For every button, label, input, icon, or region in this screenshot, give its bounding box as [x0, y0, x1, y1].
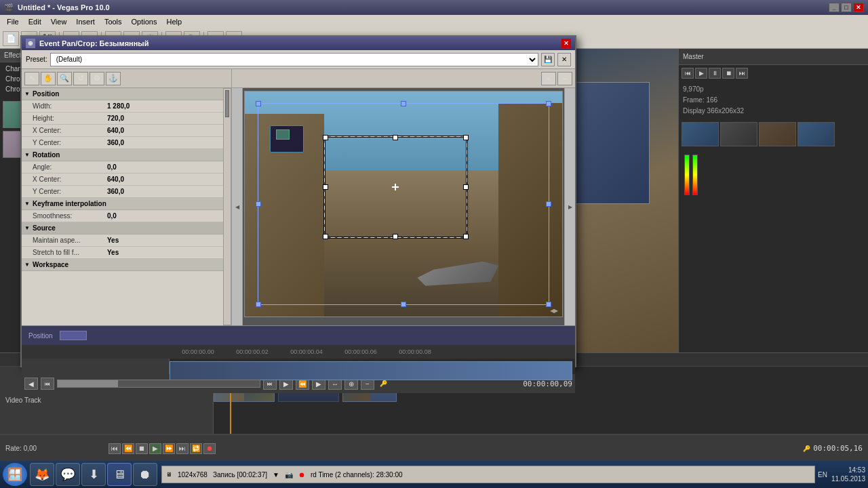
width-value[interactable]: 1 280,0 [107, 102, 229, 110]
position-section-header[interactable]: ▼ Position [22, 88, 231, 100]
props-pan-button[interactable]: ✋ [41, 72, 56, 85]
taskbar-skype[interactable]: 💬 [56, 463, 80, 486]
angle-value[interactable]: 0,0 [107, 163, 229, 171]
go-end-button[interactable]: ⏭ [176, 443, 189, 454]
dialog-title-bar: ⊕ Event Pan/Crop: Безымянный ✕ [22, 37, 575, 50]
crop-handle-br[interactable] [463, 234, 469, 239]
outer-handle-ml[interactable] [256, 201, 261, 207]
canvas-zoom-out[interactable]: − [557, 72, 572, 85]
dialog-content: ↖ ✋ 🔍 ↺ ⚙ ⚓ ▼ Position Width: 1 280,0 [22, 69, 575, 325]
stretch-value[interactable]: Yes [107, 249, 229, 256]
stop-button-tl[interactable]: ⏹ [136, 443, 148, 454]
ycenter-value[interactable]: 360,0 [107, 139, 229, 146]
menu-help[interactable]: Help [162, 17, 186, 26]
taskbar-record[interactable]: ⏺ [133, 463, 157, 486]
menu-tools[interactable]: Tools [100, 17, 126, 26]
outer-handle-tl[interactable] [256, 101, 261, 106]
canvas-scroll-left[interactable]: ◀ [232, 88, 243, 325]
props-settings-button[interactable]: ⚙ [90, 72, 104, 85]
tl-scroll-left[interactable]: ◀ [24, 378, 38, 390]
dialog-close-button[interactable]: ✕ [561, 39, 571, 48]
canvas-zoom-in[interactable]: + [541, 72, 556, 85]
rot-xcenter-value[interactable]: 640,0 [107, 176, 229, 183]
thumb-1 [682, 122, 719, 146]
outer-handle-tr[interactable] [546, 101, 551, 106]
outer-handle-bl[interactable] [256, 302, 261, 307]
height-value[interactable]: 720,0 [107, 115, 229, 122]
scrollbar-thumb[interactable] [225, 90, 229, 117]
dialog-timeline: Position 00:00:00.00 00:00:00.02 00:00:0… [22, 325, 575, 393]
pause-button[interactable]: ⏸ [709, 68, 721, 79]
smoothness-value[interactable]: 0,0 [107, 212, 229, 220]
save-preset-button[interactable]: 💾 [541, 53, 555, 66]
loop-button[interactable]: 🔁 [190, 443, 202, 454]
record-button[interactable]: ⏺ [203, 443, 216, 454]
scroll-right-icon: ▶ [568, 204, 572, 210]
menu-file[interactable]: File [3, 17, 23, 26]
outer-handle-br[interactable] [546, 302, 551, 307]
outer-handle-tc[interactable] [401, 101, 406, 106]
tl-time-0: 00:00:00.00 [171, 348, 225, 355]
crop-handle-bc[interactable] [393, 234, 398, 239]
rotation-section-header[interactable]: ▼ Rotation [22, 149, 231, 161]
minimize-button[interactable]: _ [829, 3, 840, 12]
workspace-section-header[interactable]: ▼ Workspace [22, 259, 231, 271]
props-select-button[interactable]: ↖ [24, 72, 39, 85]
event-pan-crop-dialog: ⊕ Event Pan/Crop: Безымянный ✕ Preset: (… [20, 35, 576, 367]
preview-transport: ⏮ ▶ ⏸ ⏹ ⏭ [679, 65, 868, 81]
status-icon: 🖥 [166, 471, 172, 478]
app-icon: 🎬 [4, 3, 14, 12]
maximize-button[interactable]: □ [841, 3, 852, 12]
rate-label: Rate: 0,00 [5, 445, 37, 452]
keyframe-section-header[interactable]: ▼ Keyframe interpolation [22, 198, 231, 210]
taskbar-vegas[interactable]: 🖥 [107, 463, 132, 486]
tl-step-back[interactable]: ⏮ [41, 378, 54, 390]
canvas-scroll-right[interactable]: ▶ [564, 88, 575, 325]
preset-bar: Preset: (Default) 💾 ✕ [22, 50, 575, 69]
props-zoom-button[interactable]: 🔍 [57, 72, 72, 85]
rot-ycenter-value[interactable]: 360,0 [107, 188, 229, 195]
play-button[interactable]: ▶ [695, 68, 707, 79]
close-button[interactable]: ✕ [853, 3, 864, 12]
play-fast-button[interactable]: ⏩ [163, 443, 175, 454]
xcenter-value[interactable]: 640,0 [107, 127, 229, 134]
close-preset-button[interactable]: ✕ [557, 53, 571, 66]
taskbar-torrent[interactable]: ⬇ [81, 463, 106, 486]
tl-key-icon: 🔑 [380, 380, 387, 387]
menu-view[interactable]: View [47, 17, 71, 26]
prev-frame-button[interactable]: ⏮ [682, 68, 694, 79]
new-button[interactable]: 📄 [3, 31, 19, 46]
props-scrollbar[interactable] [223, 88, 231, 325]
crop-handle-bl[interactable] [323, 234, 328, 239]
tl-scrubber[interactable] [57, 380, 260, 388]
outer-handle-bc[interactable] [401, 302, 406, 307]
crop-handle-tl[interactable] [323, 135, 328, 140]
crop-handle-tr[interactable] [463, 135, 469, 140]
maintain-label: Maintain aspe... [33, 237, 107, 244]
preset-select[interactable]: (Default) [50, 53, 538, 66]
play-back-button[interactable]: ⏪ [122, 443, 134, 454]
next-frame-button[interactable]: ⏭ [736, 68, 748, 79]
menu-insert[interactable]: Insert [72, 17, 99, 26]
crop-handle-tc[interactable] [393, 135, 398, 140]
crop-handle-ml[interactable] [323, 184, 328, 190]
play-fwd-button[interactable]: ▶ [149, 443, 161, 454]
workspace-label: Workspace [33, 261, 68, 268]
start-button[interactable]: 🪟 [3, 463, 27, 486]
thumbnail-strip [679, 119, 868, 149]
crop-selection-box[interactable] [324, 136, 467, 237]
menu-bar: File Edit View Insert Tools Options Help [0, 15, 868, 28]
crop-handle-mr[interactable] [463, 184, 469, 190]
thumb-4 [797, 122, 835, 146]
maintain-value[interactable]: Yes [107, 237, 229, 244]
dialog-timeline-clip [170, 361, 572, 380]
stop-button[interactable]: ⏹ [722, 68, 734, 79]
outer-handle-mr[interactable] [546, 201, 551, 207]
taskbar-firefox[interactable]: 🦊 [30, 463, 54, 486]
menu-options[interactable]: Options [127, 17, 161, 26]
props-rotate-button[interactable]: ↺ [73, 72, 88, 85]
props-anchor-button[interactable]: ⚓ [106, 72, 121, 85]
source-section-header[interactable]: ▼ Source [22, 222, 231, 235]
menu-edit[interactable]: Edit [24, 17, 45, 26]
go-start-button[interactable]: ⏮ [108, 443, 121, 454]
